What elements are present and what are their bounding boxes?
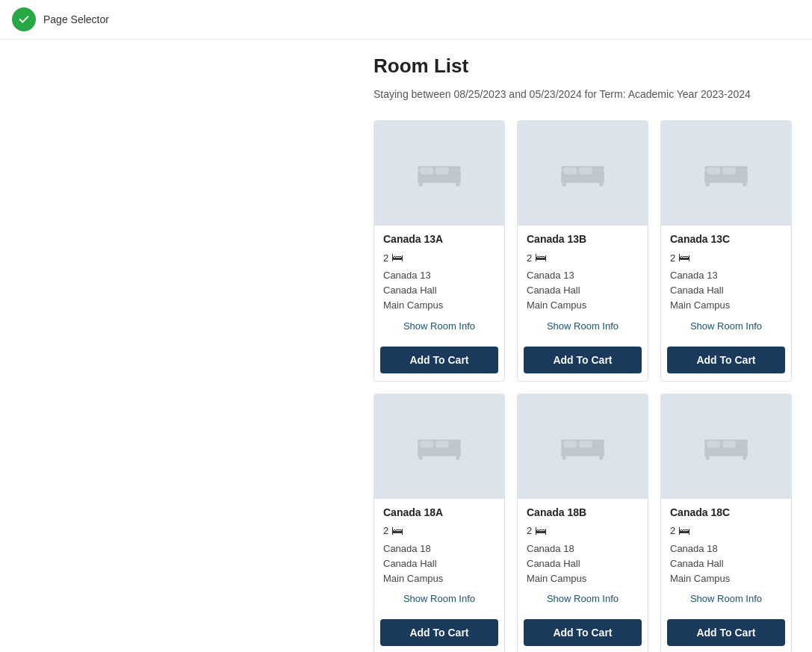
room-image-canada-13a [374,121,504,226]
svg-rect-9 [563,167,577,175]
room-beds-canada-18a: 2 🛏 [383,524,495,538]
bed-count-canada-18b: 2 [527,525,532,536]
svg-rect-10 [579,167,592,175]
bed-icon-canada-13b: 🛏 [535,251,547,264]
bed-count-canada-13c: 2 [670,252,675,264]
svg-rect-35 [706,455,710,459]
svg-rect-34 [722,441,736,448]
room-name-canada-13a: Canada 13A [383,233,495,245]
add-to-cart-canada-18a[interactable]: Add To Cart [380,619,498,646]
bed-icon-canada-18c: 🛏 [678,524,690,538]
room-grid: Canada 13A 2 🛏 Canada 13 Canada Hall Mai… [374,120,790,652]
room-beds-canada-18c: 2 🛏 [670,524,782,538]
room-card-canada-13b: Canada 13B 2 🛏 Canada 13 Canada Hall Mai… [517,120,648,382]
room-beds-canada-13b: 2 🛏 [527,251,639,264]
room-name-canada-13b: Canada 13B [527,233,639,245]
svg-rect-16 [722,167,736,175]
svg-rect-22 [436,441,449,448]
room-image-canada-18a [374,394,504,499]
bed-count-canada-13b: 2 [527,252,532,264]
svg-rect-21 [420,441,433,448]
room-beds-canada-18b: 2 🛏 [527,524,639,538]
room-name-canada-18a: Canada 18A [383,506,495,518]
show-room-info-canada-18a[interactable]: Show Room Info [383,587,495,607]
room-details-canada-18a: Canada 18A 2 🛏 Canada 18 Canada Hall Mai… [374,499,504,615]
room-card-canada-18a: Canada 18A 2 🛏 Canada 18 Canada Hall Mai… [374,394,505,652]
svg-rect-3 [420,167,433,175]
room-campus-canada-13a: Main Campus [383,299,495,312]
room-card-canada-13a: Canada 13A 2 🛏 Canada 13 Canada Hall Mai… [374,120,505,382]
room-card-canada-13c: Canada 13C 2 🛏 Canada 13 Canada Hall Mai… [660,120,792,382]
room-details-canada-18b: Canada 18B 2 🛏 Canada 18 Canada Hall Mai… [518,499,648,615]
room-name-canada-13c: Canada 13C [670,233,782,245]
room-floor-canada-18c: Canada 18 [670,542,782,556]
show-room-info-canada-18c[interactable]: Show Room Info [670,587,782,607]
room-name-canada-18c: Canada 18C [670,506,782,518]
room-campus-canada-18c: Main Campus [670,572,782,586]
room-beds-canada-13c: 2 🛏 [670,251,782,264]
bed-icon-canada-18a: 🛏 [391,524,403,538]
room-campus-canada-13b: Main Campus [527,299,639,312]
add-to-cart-canada-18b[interactable]: Add To Cart [524,619,642,646]
room-hall-canada-18c: Canada Hall [670,557,782,571]
top-bar: Page Selector [0,0,812,40]
svg-rect-17 [706,181,710,186]
room-details-canada-18c: Canada 18C 2 🛏 Canada 18 Canada Hall Mai… [661,499,791,615]
page-selector-label: Page Selector [43,13,109,25]
bed-count-canada-18a: 2 [383,525,388,536]
show-room-info-canada-13a[interactable]: Show Room Info [383,314,495,335]
svg-rect-11 [562,181,566,186]
room-hall-canada-18a: Canada Hall [383,557,495,571]
room-name-canada-18b: Canada 18B [527,506,639,518]
svg-rect-15 [707,167,720,175]
room-floor-canada-13c: Canada 13 [670,269,782,282]
add-to-cart-canada-13a[interactable]: Add To Cart [380,347,498,373]
room-details-canada-13c: Canada 13C 2 🛏 Canada 13 Canada Hall Mai… [661,226,791,342]
add-to-cart-canada-13b[interactable]: Add To Cart [524,347,642,373]
room-details-canada-13b: Canada 13B 2 🛏 Canada 13 Canada Hall Mai… [518,226,648,342]
room-card-canada-18c: Canada 18C 2 🛏 Canada 18 Canada Hall Mai… [660,394,792,652]
svg-rect-30 [599,455,603,459]
show-room-info-canada-13c[interactable]: Show Room Info [670,314,782,335]
svg-rect-28 [579,441,592,448]
svg-rect-6 [456,181,459,186]
room-details-canada-13a: Canada 13A 2 🛏 Canada 13 Canada Hall Mai… [374,226,504,342]
svg-rect-24 [456,455,459,459]
room-floor-canada-13a: Canada 13 [383,269,495,282]
svg-rect-33 [707,441,720,448]
room-campus-canada-18a: Main Campus [383,572,495,586]
bed-icon-canada-13c: 🛏 [678,251,690,264]
room-beds-canada-13a: 2 🛏 [383,251,495,264]
svg-rect-18 [743,181,746,186]
page-title: Room List [374,55,790,78]
svg-rect-29 [562,455,566,459]
room-card-canada-18b: Canada 18B 2 🛏 Canada 18 Canada Hall Mai… [517,394,648,652]
show-room-info-canada-18b[interactable]: Show Room Info [527,587,639,607]
svg-rect-4 [436,167,449,175]
room-image-canada-13c [661,121,791,226]
bed-icon-canada-13a: 🛏 [391,251,403,264]
room-campus-canada-18b: Main Campus [527,572,639,586]
room-image-canada-18b [518,394,648,499]
room-floor-canada-13b: Canada 13 [527,269,639,282]
room-hall-canada-18b: Canada Hall [527,557,639,571]
add-to-cart-canada-13c[interactable]: Add To Cart [667,347,785,373]
page-selector-icon[interactable] [12,7,36,31]
main-content: Room List Staying between 08/25/2023 and… [0,40,812,652]
add-to-cart-canada-18c[interactable]: Add To Cart [667,619,785,646]
room-floor-canada-18a: Canada 18 [383,542,495,556]
room-campus-canada-13c: Main Campus [670,299,782,312]
svg-rect-27 [563,441,577,448]
show-room-info-canada-13b[interactable]: Show Room Info [527,314,639,335]
svg-rect-23 [419,455,423,459]
room-hall-canada-13b: Canada Hall [527,284,639,297]
svg-rect-5 [419,181,423,186]
bed-icon-canada-18b: 🛏 [535,524,547,538]
room-image-canada-13b [518,121,648,226]
subtitle: Staying between 08/25/2023 and 05/23/202… [374,87,790,102]
room-hall-canada-13a: Canada Hall [383,284,495,297]
room-hall-canada-13c: Canada Hall [670,284,782,297]
bed-count-canada-18c: 2 [670,525,675,536]
room-floor-canada-18b: Canada 18 [527,542,639,556]
room-image-canada-18c [661,394,791,499]
